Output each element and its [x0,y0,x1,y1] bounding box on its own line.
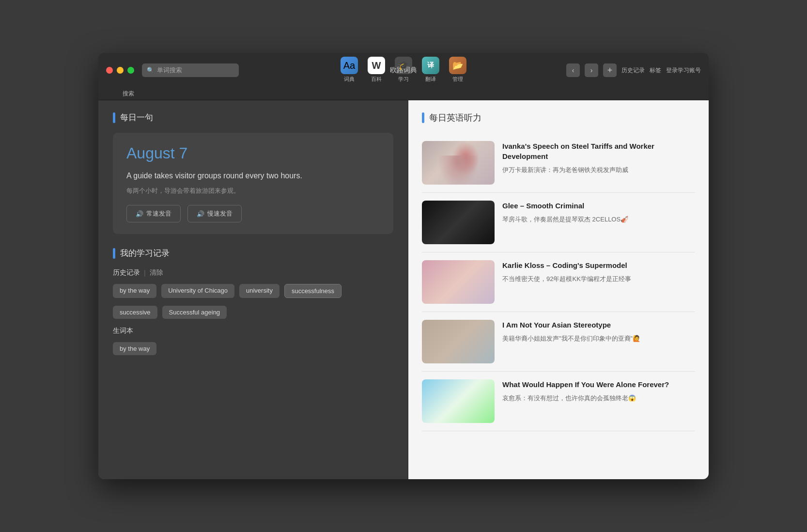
traffic-lights [106,67,134,74]
main-content: 每日一句 August 7 A guide takes visitor grou… [98,100,709,479]
news-item-3[interactable]: Karlie Kloss – Coding's Supermodel 不当维密天… [422,252,695,312]
history-row-header: 历史记录 | 清除 [113,268,393,277]
toolbar-label-wiki: 百科 [371,76,382,83]
toolbar-label-manage: 管理 [452,76,463,83]
search-bar[interactable]: 🔍 单词搜索 [142,63,239,77]
toolbar-item-translate[interactable]: 译 翻译 [422,57,439,83]
news-thumb-2 [422,201,495,244]
back-button[interactable]: ‹ [566,63,580,77]
manage-icon: 📂 [452,60,463,71]
tag-university-of-chicago[interactable]: University of Chicago [161,284,234,298]
forward-button[interactable]: › [585,63,598,77]
news-title-en-3: Karlie Kloss – Coding's Supermodel [502,260,695,270]
search-sublabel: 搜索 [123,90,134,98]
tag-successive[interactable]: successive [113,306,157,319]
tags-label[interactable]: 标签 [650,66,661,75]
toolbar-item-learn[interactable]: 🎓 学习 [395,57,412,83]
vocab-label: 生词本 [113,327,393,335]
study-section-title: 我的学习记录 [120,248,170,259]
tag-vocab-by-the-way[interactable]: by the way [113,342,156,355]
toolbar-item-wiki[interactable]: W 百科 [368,57,385,83]
study-indicator [113,248,115,259]
news-title-zh-5: 哀愈系：有没有想过，也许你真的会孤独终老😱 [502,393,695,403]
news-item-4[interactable]: I Am Not Your Asian Stereotype 美籍华裔小姐姐发声… [422,312,695,372]
speaker-icon: 🔊 [136,210,143,218]
minimize-button[interactable] [117,67,124,74]
daily-sentence-box: August 7 A guide takes visitor groups ro… [113,133,393,234]
study-section: 历史记录 | 清除 by the way University of Chica… [113,268,393,363]
toolbar-label-learn: 学习 [398,76,409,83]
news-title-zh-1: 伊万卡最新演讲：再为老爸钢铁关税发声助威 [502,165,695,175]
news-text-3: Karlie Kloss – Coding's Supermodel 不当维密天… [502,260,695,304]
tag-successfulness[interactable]: successfulness [284,284,341,298]
listening-section-title: 每日英语听力 [429,112,481,124]
news-thumb-3 [422,260,495,304]
news-title-en-5: What Would Happen If You Were Alone Fore… [502,379,695,390]
close-button[interactable] [106,67,113,74]
wiki-icon: W [372,60,381,71]
daily-english: A guide takes visitor groups round every… [126,170,380,182]
news-title-en-2: Glee – Smooth Criminal [502,201,695,211]
news-thumb-1 [422,141,495,185]
history-sublabel: 历史记录 [113,268,140,277]
daily-indicator [113,112,115,123]
news-thumb-4 [422,320,495,363]
search-label-row: 搜索 [98,88,709,100]
normal-speed-button[interactable]: 🔊 常速发音 [126,205,181,222]
right-panel: 每日英语听力 Ivanka's Speech on Steel Tariffs … [408,100,709,479]
learn-icon: 🎓 [398,60,409,71]
slow-speaker-icon: 🔊 [197,210,204,218]
history-tags-row-2: successive Successful ageing [113,306,393,319]
tag-by-the-way[interactable]: by the way [113,284,156,298]
tag-successful-ageing[interactable]: Successful ageing [162,306,227,319]
news-item-5[interactable]: What Would Happen If You Were Alone Fore… [422,372,695,431]
daily-section-header: 每日一句 [113,112,393,123]
search-input-placeholder[interactable]: 单词搜索 [157,66,182,75]
news-title-zh-4: 美籍华裔小姐姐发声"我不是你们印象中的亚裔"🙋 [502,334,695,344]
search-icon: 🔍 [147,67,154,74]
news-thumb-5 [422,379,495,423]
toolbar-label-dict: 词典 [344,76,355,83]
news-text-4: I Am Not Your Asian Stereotype 美籍华裔小姐姐发声… [502,320,695,363]
daily-buttons: 🔊 常速发音 🔊 慢速发音 [126,205,380,222]
vocab-tags-row: by the way [113,342,393,355]
clear-button[interactable]: 清除 [150,268,163,277]
left-panel: 每日一句 August 7 A guide takes visitor grou… [98,100,408,479]
news-text-5: What Would Happen If You Were Alone Fore… [502,379,695,423]
listening-section-header: 每日英语听力 [422,112,695,124]
news-title-zh-2: 琴房斗歌，伴奏居然是提琴双杰 2CELLOS🎻 [502,215,695,224]
study-section-header: 我的学习记录 [113,248,393,259]
history-divider: | [144,269,146,277]
titlebar-right: ‹ › + 历史记录 标签 登录学习账号 [566,63,701,77]
daily-chinese: 每两个小时，导游会带着旅游团来参观。 [126,187,380,195]
listening-indicator [422,112,424,123]
toolbar-item-dict[interactable]: Aa 词典 [341,57,358,83]
news-item-2[interactable]: Glee – Smooth Criminal 琴房斗歌，伴奏居然是提琴双杰 2C… [422,193,695,252]
news-title-zh-3: 不当维密天使，92年超模KK学编程才是正经事 [502,274,695,284]
translate-icon: 译 [427,61,434,70]
news-title-en-4: I Am Not Your Asian Stereotype [502,320,695,330]
history-tags-row: by the way University of Chicago univers… [113,284,393,298]
dict-icon: Aa [343,60,355,71]
news-text-1: Ivanka's Speech on Steel Tariffs and Wor… [502,141,695,185]
news-text-2: Glee – Smooth Criminal 琴房斗歌，伴奏居然是提琴双杰 2C… [502,201,695,244]
tag-university[interactable]: university [239,284,279,298]
daily-section-title: 每日一句 [120,112,153,123]
news-title-en-1: Ivanka's Speech on Steel Tariffs and Wor… [502,141,695,161]
daily-date: August 7 [126,144,380,162]
news-item-1[interactable]: Ivanka's Speech on Steel Tariffs and Wor… [422,133,695,193]
toolbar-label-translate: 翻译 [425,76,436,83]
login-label[interactable]: 登录学习账号 [666,66,701,75]
slow-speed-button[interactable]: 🔊 慢速发音 [187,205,242,222]
history-label[interactable]: 历史记录 [621,66,645,75]
titlebar: 🔍 单词搜索 欧路词典 Aa 词典 W 百科 🎓 [98,53,709,88]
maximize-button[interactable] [127,67,134,74]
add-button[interactable]: + [603,63,617,77]
toolbar-item-manage[interactable]: 📂 管理 [449,57,466,83]
